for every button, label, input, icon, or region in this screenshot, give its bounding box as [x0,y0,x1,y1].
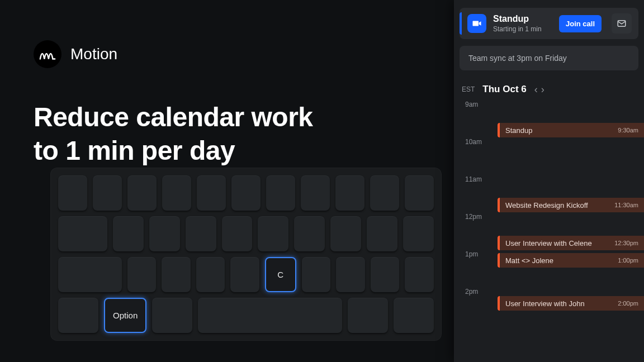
key-blank [258,216,288,251]
hour-label: 1pm [465,250,478,258]
next-day-button[interactable]: › [541,84,544,94]
date-navigator: EST Thu Oct 6 ‹ › [462,84,636,95]
event-time: 12:30pm [614,240,638,246]
key-blank [367,216,397,251]
key-blank [370,175,399,211]
key-blank [197,175,226,211]
video-icon [467,14,486,33]
join-call-button[interactable]: Join call [559,15,602,32]
key-blank [301,175,330,211]
key-blank [127,175,157,211]
key-blank [230,257,259,292]
key-blank [394,298,434,333]
key-space [198,298,342,333]
key-blank [294,216,325,251]
key-blank [371,257,400,292]
key-blank [162,175,191,211]
event-title: Website Redesign Kickoff [505,201,610,209]
key-option: Option [104,298,146,333]
key-blank [113,216,144,251]
key-blank [196,257,225,292]
key-blank [335,175,364,211]
calendar-panel: Standup Starting in 1 min Join call Team… [454,0,644,362]
headline-line-1: Reduce calendar work [34,101,313,134]
date-label: Thu Oct 6 [482,84,526,95]
event-time: 11:30am [614,202,638,208]
headline: Reduce calendar work to 1 min per day [34,101,313,168]
key-c: C [265,257,296,292]
hour-label: 9am [465,101,478,108]
hour-label: 11am [465,175,482,183]
brand-name: Motion [70,45,117,63]
key-blank [403,216,434,251]
calendar-event[interactable]: User Interview with Celene12:30pm [498,236,644,250]
key-blank [348,298,388,333]
prev-day-button[interactable]: ‹ [534,84,538,94]
key-blank [162,257,191,292]
calendar-event[interactable]: User Interview with John2:00pm [498,296,644,311]
event-time: 1:00pm [618,257,638,264]
calendar-event[interactable]: Website Redesign Kickoff11:30am [498,198,644,212]
key-blank [222,216,253,251]
calendar-event[interactable]: Standup9:30am [498,123,644,137]
key-blank [58,216,107,251]
key-blank [152,298,192,333]
keyboard-graphic: C Option [50,168,442,341]
calendar-event[interactable]: Matt <> Jolene1:00pm [498,253,644,268]
command-text: Team sync at 3pm on Friday [468,54,567,63]
key-blank [231,175,261,211]
event-title: Matt <> Jolene [505,256,613,265]
upcoming-meeting-card: Standup Starting in 1 min Join call [460,8,638,39]
key-blank [302,257,331,292]
meeting-title: Standup [493,14,552,24]
hour-label: 10am [465,138,482,146]
key-blank [405,257,434,292]
command-input[interactable]: Team sync at 3pm on Friday [460,46,638,70]
key-blank [405,175,434,211]
hour-label: 2pm [465,288,478,296]
key-blank [127,257,157,292]
meeting-subtitle: Starting in 1 min [493,25,552,33]
key-blank [266,175,295,211]
event-title: Standup [505,126,613,135]
key-blank [330,216,361,251]
email-button[interactable] [612,13,632,34]
key-blank [58,298,98,333]
key-blank [186,216,216,251]
key-blank [149,216,180,251]
hour-label: 12pm [465,213,482,221]
key-blank [93,175,122,211]
brand-logo: Motion [34,40,117,68]
event-time: 2:00pm [618,300,638,307]
timezone-label: EST [462,85,475,93]
key-blank [58,257,122,292]
event-time: 9:30am [618,127,638,134]
motion-logo-icon [34,40,61,68]
key-blank [336,257,365,292]
headline-line-2: to 1 min per day [34,134,313,168]
event-title: User Interview with Celene [505,239,610,247]
timeline: 9am10am11am12pm1pm2pmStandup9:30amWebsit… [462,101,644,335]
key-blank [58,175,87,211]
event-title: User Interview with John [505,299,613,308]
